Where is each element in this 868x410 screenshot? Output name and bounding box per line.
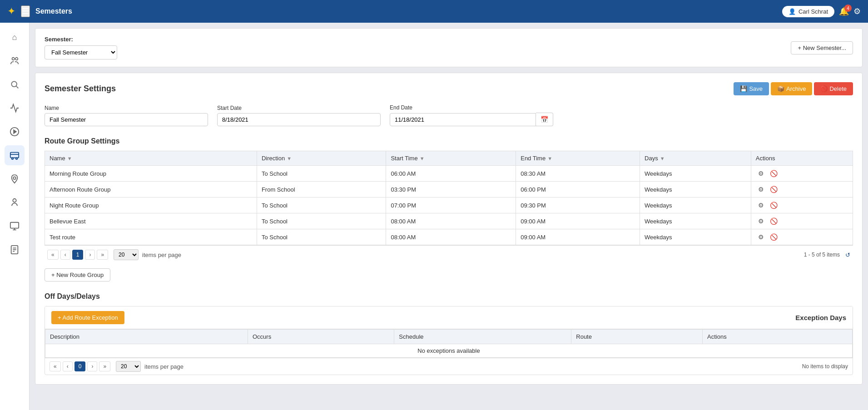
page-1-button[interactable]: 1 (72, 250, 84, 260)
refresh-icon[interactable]: ↺ (845, 252, 850, 258)
last-page-button[interactable]: » (97, 250, 108, 260)
add-route-exception-button[interactable]: + Add Route Exception (51, 311, 124, 324)
semester-dropdown[interactable]: Fall Semester Spring Semester Summer Sem… (45, 45, 117, 59)
cell-end-time: 09:30 PM (516, 198, 640, 213)
row-settings-button[interactable]: ⚙ (756, 232, 766, 242)
start-time-filter-icon[interactable]: ▼ (420, 156, 425, 161)
row-settings-button[interactable]: ⚙ (756, 201, 766, 210)
items-per-page-label: items per page (142, 252, 181, 258)
next-page-button[interactable]: › (85, 250, 95, 260)
sidebar-item-monitor[interactable] (5, 216, 25, 236)
row-settings-button[interactable]: ⚙ (756, 185, 766, 194)
sidebar-item-search[interactable] (5, 74, 25, 94)
cell-name: Night Route Group (45, 198, 257, 213)
exc-prev-page-button[interactable]: ‹ (63, 361, 73, 371)
svg-point-8 (12, 158, 14, 160)
new-semester-button[interactable]: + New Semester... (791, 41, 853, 54)
cell-name: Test route (45, 229, 257, 245)
cell-direction: To School (257, 198, 386, 213)
cell-start-time: 06:00 AM (386, 166, 516, 182)
exception-pagination: « ‹ 0 › » 2050100 items per page No item… (45, 358, 853, 375)
row-delete-button[interactable]: 🚫 (768, 169, 780, 178)
exc-items-per-page-select[interactable]: 2050100 (116, 361, 141, 372)
table-row: Night Route Group To School 07:00 PM 09:… (45, 198, 853, 213)
calendar-icon-button[interactable]: 📅 (536, 113, 553, 126)
name-filter-icon[interactable]: ▼ (67, 156, 72, 161)
sidebar-item-person[interactable] (5, 193, 25, 212)
notifications-button[interactable]: 🔔 4 (839, 6, 849, 16)
cell-end-time: 06:00 PM (516, 182, 640, 198)
delete-button[interactable]: 🚫 Delete (814, 82, 853, 95)
archive-icon: 📦 (777, 85, 784, 92)
cell-end-time: 09:00 AM (516, 229, 640, 245)
no-items-label: No items to display (802, 363, 848, 370)
row-settings-button[interactable]: ⚙ (756, 169, 766, 178)
save-button[interactable]: 💾 Save (734, 82, 769, 95)
row-delete-button[interactable]: 🚫 (768, 217, 780, 226)
prev-page-button[interactable]: ‹ (60, 250, 70, 260)
notification-badge: 4 (844, 5, 852, 12)
end-time-filter-icon[interactable]: ▼ (547, 156, 552, 161)
sidebar-item-document[interactable] (5, 240, 25, 260)
table-row: Bellevue East To School 08:00 AM 09:00 A… (45, 213, 853, 229)
sidebar-item-location[interactable] (5, 169, 25, 189)
name-field-group: Name (45, 105, 208, 126)
cell-start-time: 08:00 AM (386, 213, 516, 229)
th-schedule: Schedule (394, 330, 571, 344)
user-profile-button[interactable]: 👤 Carl Schrat (782, 6, 834, 17)
row-delete-button[interactable]: 🚫 (768, 201, 780, 210)
svg-rect-12 (10, 222, 19, 228)
th-days: Days ▼ (640, 151, 751, 166)
days-filter-icon[interactable]: ▼ (660, 156, 665, 161)
items-per-page-select[interactable]: 2050100 (114, 249, 139, 260)
exc-next-page-button[interactable]: › (87, 361, 97, 371)
cell-start-time: 07:00 PM (386, 198, 516, 213)
sidebar-item-bus[interactable] (5, 145, 25, 165)
cell-actions: ⚙ 🚫 (751, 182, 853, 198)
cell-name: Afternoon Route Group (45, 182, 257, 198)
direction-filter-icon[interactable]: ▼ (287, 156, 292, 161)
archive-button[interactable]: 📦 Archive (771, 82, 812, 95)
row-delete-button[interactable]: 🚫 (768, 232, 780, 242)
semester-selector-card: Semester: Fall Semester Spring Semester … (35, 28, 863, 67)
main-layout: ⌂ Semester: (0, 23, 868, 410)
cell-actions: ⚙ 🚫 (751, 166, 853, 182)
sidebar-item-activity[interactable] (5, 98, 25, 118)
row-settings-button[interactable]: ⚙ (756, 217, 766, 226)
th-name: Name ▼ (45, 151, 257, 166)
cell-actions: ⚙ 🚫 (751, 229, 853, 245)
semester-settings-header: Semester Settings 💾 Save 📦 Archive 🚫 Del… (45, 82, 853, 95)
new-route-group-button[interactable]: + New Route Group (45, 268, 110, 282)
sidebar-item-home[interactable]: ⌂ (5, 27, 25, 47)
sidebar-item-groups[interactable] (5, 51, 25, 71)
svg-line-3 (16, 86, 19, 89)
hamburger-menu-button[interactable]: ☰ (21, 5, 30, 17)
off-days-title: Off Days/Delays (45, 292, 853, 301)
end-date-wrapper: 📅 (390, 113, 553, 126)
end-date-label: End Date (390, 104, 553, 111)
cell-days: Weekdays (640, 198, 751, 213)
settings-button[interactable]: ⚙ (853, 6, 861, 16)
cell-days: Weekdays (640, 166, 751, 182)
settings-card: Semester Settings 💾 Save 📦 Archive 🚫 Del… (35, 73, 863, 385)
first-page-button[interactable]: « (47, 250, 59, 260)
exc-page-0-button[interactable]: 0 (74, 361, 86, 371)
exc-first-page-button[interactable]: « (50, 361, 61, 371)
start-date-input[interactable] (217, 113, 381, 126)
th-end-time: End Time ▼ (516, 151, 640, 166)
top-navigation: ✦ ☰ Semesters 👤 Carl Schrat 🔔 4 ⚙ (0, 0, 868, 23)
user-icon: 👤 (789, 8, 796, 15)
cell-days: Weekdays (640, 213, 751, 229)
row-delete-button[interactable]: 🚫 (768, 185, 780, 194)
end-date-input[interactable] (390, 113, 536, 126)
exc-last-page-button[interactable]: » (99, 361, 110, 371)
th-exc-actions: Actions (703, 330, 853, 344)
exception-table-header: Description Occurs Schedule Route Action… (45, 330, 853, 344)
th-occurs: Occurs (248, 330, 394, 344)
page-title: Semesters (35, 7, 72, 15)
sidebar-item-play[interactable] (5, 122, 25, 142)
cell-direction: To School (257, 229, 386, 245)
cell-direction: From School (257, 182, 386, 198)
name-input[interactable] (45, 113, 208, 126)
exception-table: Description Occurs Schedule Route Action… (45, 329, 853, 358)
